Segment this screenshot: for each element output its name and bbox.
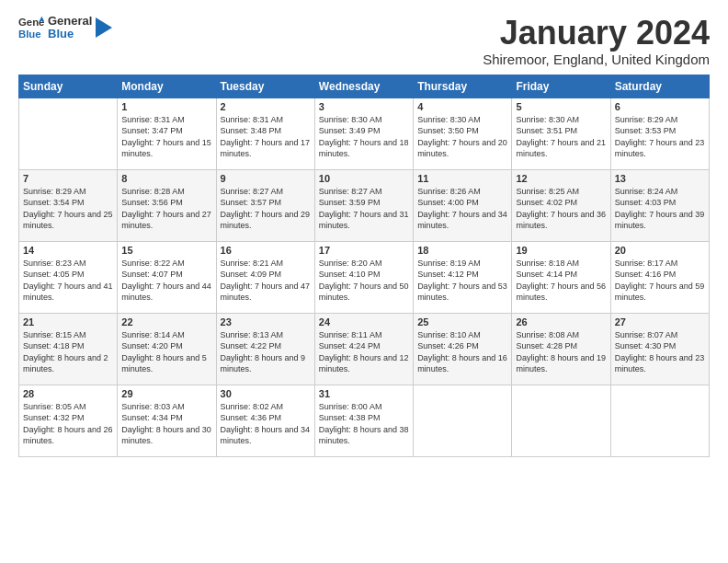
day-number: 22 xyxy=(121,316,211,327)
day-number: 4 xyxy=(417,101,507,112)
header-monday: Monday xyxy=(118,75,216,98)
calendar-table: Sunday Monday Tuesday Wednesday Thursday… xyxy=(18,75,710,457)
cell-info: Sunrise: 8:27 AMSunset: 3:57 PMDaylight:… xyxy=(221,186,311,232)
cell-info: Sunrise: 8:22 AMSunset: 4:07 PMDaylight:… xyxy=(121,258,211,304)
calendar-cell: 14Sunrise: 8:23 AMSunset: 4:05 PMDayligh… xyxy=(19,241,118,313)
calendar-cell: 18Sunrise: 8:19 AMSunset: 4:12 PMDayligh… xyxy=(414,241,512,313)
day-number: 10 xyxy=(319,173,409,184)
cell-info: Sunrise: 8:20 AMSunset: 4:10 PMDaylight:… xyxy=(319,258,409,304)
calendar-cell: 1Sunrise: 8:31 AMSunset: 3:47 PMDaylight… xyxy=(118,98,216,169)
cell-info: Sunrise: 8:00 AMSunset: 4:38 PMDaylight:… xyxy=(319,401,409,447)
calendar-cell: 25Sunrise: 8:10 AMSunset: 4:26 PMDayligh… xyxy=(414,313,512,385)
calendar-cell: 6Sunrise: 8:29 AMSunset: 3:53 PMDaylight… xyxy=(610,98,709,169)
day-number: 20 xyxy=(615,245,705,256)
day-number: 23 xyxy=(221,316,311,327)
cell-info: Sunrise: 8:02 AMSunset: 4:36 PMDaylight:… xyxy=(221,401,311,447)
day-number: 9 xyxy=(221,173,311,184)
day-number: 7 xyxy=(23,173,113,184)
cell-info: Sunrise: 8:03 AMSunset: 4:34 PMDaylight:… xyxy=(121,401,211,447)
calendar-cell: 20Sunrise: 8:17 AMSunset: 4:16 PMDayligh… xyxy=(610,241,709,313)
calendar-cell: 16Sunrise: 8:21 AMSunset: 4:09 PMDayligh… xyxy=(216,241,314,313)
calendar-cell: 12Sunrise: 8:25 AMSunset: 4:02 PMDayligh… xyxy=(512,169,610,241)
logo-blue: Blue xyxy=(48,28,92,40)
cell-info: Sunrise: 8:18 AMSunset: 4:14 PMDaylight:… xyxy=(516,258,606,304)
calendar-cell xyxy=(414,385,512,456)
day-number: 12 xyxy=(516,173,606,184)
calendar-cell: 19Sunrise: 8:18 AMSunset: 4:14 PMDayligh… xyxy=(512,241,610,313)
title-block: January 2024 Shiremoor, England, United … xyxy=(483,15,710,67)
cell-info: Sunrise: 8:08 AMSunset: 4:28 PMDaylight:… xyxy=(516,329,606,375)
calendar-cell: 13Sunrise: 8:24 AMSunset: 4:03 PMDayligh… xyxy=(610,169,709,241)
day-number: 27 xyxy=(615,316,705,327)
calendar-cell: 28Sunrise: 8:05 AMSunset: 4:32 PMDayligh… xyxy=(19,385,118,456)
logo: General Blue General Blue xyxy=(18,15,112,41)
header-friday: Friday xyxy=(512,75,610,98)
day-number: 1 xyxy=(121,101,211,112)
calendar-cell: 5Sunrise: 8:30 AMSunset: 3:51 PMDaylight… xyxy=(512,98,610,169)
logo-arrow-icon xyxy=(96,17,112,38)
day-number: 24 xyxy=(319,316,409,327)
cell-info: Sunrise: 8:28 AMSunset: 3:56 PMDaylight:… xyxy=(121,186,211,232)
svg-marker-3 xyxy=(96,17,112,38)
day-number: 30 xyxy=(221,388,311,399)
cell-info: Sunrise: 8:13 AMSunset: 4:22 PMDaylight:… xyxy=(221,329,311,375)
cell-info: Sunrise: 8:27 AMSunset: 3:59 PMDaylight:… xyxy=(319,186,409,232)
day-number: 5 xyxy=(516,101,606,112)
day-number: 11 xyxy=(417,173,507,184)
cell-info: Sunrise: 8:24 AMSunset: 4:03 PMDaylight:… xyxy=(615,186,705,232)
calendar-cell: 15Sunrise: 8:22 AMSunset: 4:07 PMDayligh… xyxy=(118,241,216,313)
day-number: 13 xyxy=(615,173,705,184)
cell-info: Sunrise: 8:31 AMSunset: 3:48 PMDaylight:… xyxy=(221,114,311,160)
cell-info: Sunrise: 8:07 AMSunset: 4:30 PMDaylight:… xyxy=(615,329,705,375)
calendar-cell: 2Sunrise: 8:31 AMSunset: 3:48 PMDaylight… xyxy=(216,98,314,169)
location: Shiremoor, England, United Kingdom xyxy=(483,52,710,67)
day-number: 6 xyxy=(615,101,705,112)
day-number: 26 xyxy=(516,316,606,327)
calendar-cell: 26Sunrise: 8:08 AMSunset: 4:28 PMDayligh… xyxy=(512,313,610,385)
cell-info: Sunrise: 8:29 AMSunset: 3:53 PMDaylight:… xyxy=(615,114,705,160)
cell-info: Sunrise: 8:11 AMSunset: 4:24 PMDaylight:… xyxy=(319,329,409,375)
day-number: 29 xyxy=(121,388,211,399)
calendar-cell: 3Sunrise: 8:30 AMSunset: 3:49 PMDaylight… xyxy=(314,98,413,169)
day-number: 8 xyxy=(121,173,211,184)
calendar-cell: 4Sunrise: 8:30 AMSunset: 3:50 PMDaylight… xyxy=(414,98,512,169)
cell-info: Sunrise: 8:23 AMSunset: 4:05 PMDaylight:… xyxy=(23,258,113,304)
day-number: 16 xyxy=(221,245,311,256)
calendar-cell: 7Sunrise: 8:29 AMSunset: 3:54 PMDaylight… xyxy=(19,169,118,241)
day-number: 14 xyxy=(23,245,113,256)
day-number: 18 xyxy=(417,245,507,256)
cell-info: Sunrise: 8:19 AMSunset: 4:12 PMDaylight:… xyxy=(417,258,507,304)
cell-info: Sunrise: 8:30 AMSunset: 3:50 PMDaylight:… xyxy=(417,114,507,160)
calendar-cell: 8Sunrise: 8:28 AMSunset: 3:56 PMDaylight… xyxy=(118,169,216,241)
cell-info: Sunrise: 8:30 AMSunset: 3:49 PMDaylight:… xyxy=(319,114,409,160)
day-number: 17 xyxy=(319,245,409,256)
header-sunday: Sunday xyxy=(19,75,118,98)
calendar-cell: 31Sunrise: 8:00 AMSunset: 4:38 PMDayligh… xyxy=(314,385,413,456)
day-number: 21 xyxy=(23,316,113,327)
page-header: General Blue General Blue January 2024 S… xyxy=(18,15,710,67)
calendar-cell: 11Sunrise: 8:26 AMSunset: 4:00 PMDayligh… xyxy=(414,169,512,241)
calendar-cell xyxy=(512,385,610,456)
cell-info: Sunrise: 8:26 AMSunset: 4:00 PMDaylight:… xyxy=(417,186,507,232)
svg-text:General: General xyxy=(18,17,44,29)
cell-info: Sunrise: 8:25 AMSunset: 4:02 PMDaylight:… xyxy=(516,186,606,232)
day-number: 3 xyxy=(319,101,409,112)
day-number: 31 xyxy=(319,388,409,399)
calendar-cell: 9Sunrise: 8:27 AMSunset: 3:57 PMDaylight… xyxy=(216,169,314,241)
logo-general: General xyxy=(48,15,92,28)
cell-info: Sunrise: 8:17 AMSunset: 4:16 PMDaylight:… xyxy=(615,258,705,304)
calendar-cell: 10Sunrise: 8:27 AMSunset: 3:59 PMDayligh… xyxy=(314,169,413,241)
day-number: 15 xyxy=(121,245,211,256)
calendar-cell: 29Sunrise: 8:03 AMSunset: 4:34 PMDayligh… xyxy=(118,385,216,456)
calendar-cell: 21Sunrise: 8:15 AMSunset: 4:18 PMDayligh… xyxy=(19,313,118,385)
svg-text:Blue: Blue xyxy=(18,29,41,40)
day-number: 19 xyxy=(516,245,606,256)
cell-info: Sunrise: 8:14 AMSunset: 4:20 PMDaylight:… xyxy=(121,329,211,375)
cell-info: Sunrise: 8:05 AMSunset: 4:32 PMDaylight:… xyxy=(23,401,113,447)
calendar-cell: 30Sunrise: 8:02 AMSunset: 4:36 PMDayligh… xyxy=(216,385,314,456)
calendar-cell xyxy=(610,385,709,456)
calendar-cell: 27Sunrise: 8:07 AMSunset: 4:30 PMDayligh… xyxy=(610,313,709,385)
calendar-cell: 23Sunrise: 8:13 AMSunset: 4:22 PMDayligh… xyxy=(216,313,314,385)
day-number: 2 xyxy=(221,101,311,112)
calendar-cell: 24Sunrise: 8:11 AMSunset: 4:24 PMDayligh… xyxy=(314,313,413,385)
